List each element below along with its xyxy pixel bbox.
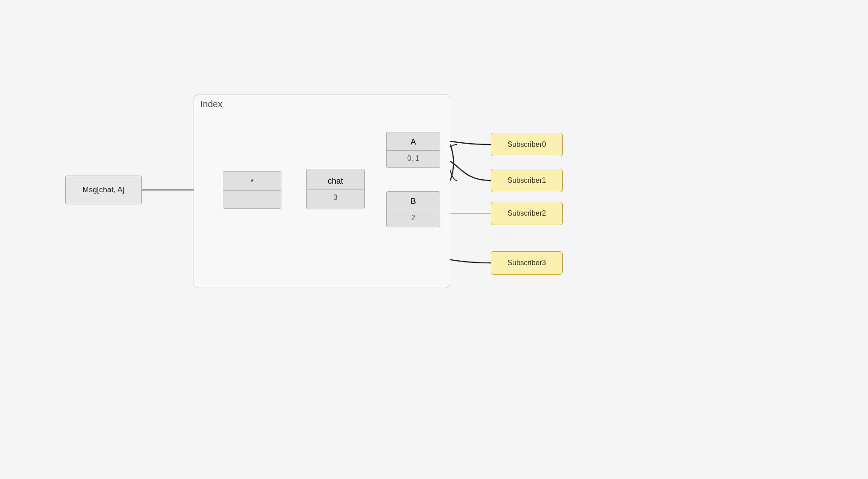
chat-node-top: chat	[307, 173, 364, 190]
a-node: A 0, 1	[386, 132, 440, 168]
subscriber-1: Subscriber1	[491, 169, 563, 192]
b-node: B 2	[386, 191, 440, 227]
subscriber-0: Subscriber0	[491, 133, 563, 156]
b-node-bottom: 2	[387, 210, 440, 226]
a-node-top: A	[387, 134, 440, 151]
msg-node: Msg[chat, A]	[65, 176, 142, 204]
chat-node: chat 3	[306, 169, 365, 209]
msg-node-label: Msg[chat, A]	[82, 185, 125, 194]
star-node: *	[223, 171, 281, 209]
subscriber-3-label: Subscriber3	[507, 259, 546, 267]
index-label: Index	[200, 99, 222, 109]
subscriber-2: Subscriber2	[491, 202, 563, 225]
subscriber-2-label: Subscriber2	[507, 209, 546, 217]
b-node-top: B	[387, 193, 440, 210]
diagram: Index Msg[chat, A] * chat 3 A 0, 1 B 2 S…	[0, 0, 868, 479]
subscriber-0-label: Subscriber0	[507, 140, 546, 149]
subscriber-3: Subscriber3	[491, 251, 563, 275]
star-node-bottom	[223, 191, 281, 206]
star-node-top: *	[223, 174, 281, 191]
chat-node-bottom: 3	[307, 190, 364, 205]
subscriber-1-label: Subscriber1	[507, 176, 546, 185]
a-node-bottom: 0, 1	[387, 151, 440, 166]
